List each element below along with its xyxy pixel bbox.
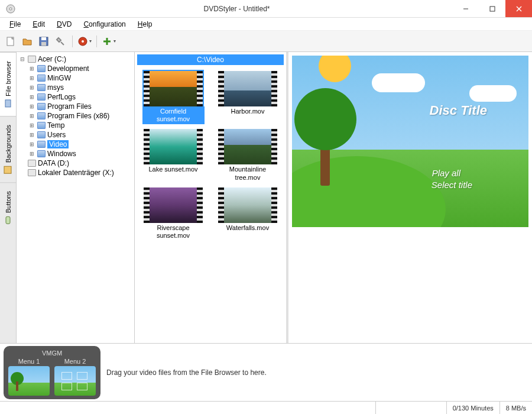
video-item[interactable]: Lake sunset.mov xyxy=(138,129,208,182)
video-caption: Waterfalls.mov xyxy=(225,223,270,233)
save-button[interactable] xyxy=(37,34,51,48)
svg-rect-10 xyxy=(41,42,46,46)
tree-item[interactable]: ⊞Windows xyxy=(19,149,132,159)
video-thumbnail xyxy=(218,129,277,164)
cloud-graphic xyxy=(469,85,517,102)
menu-dvd[interactable]: DVD xyxy=(51,19,77,30)
tab-buttons[interactable]: Buttons xyxy=(0,182,16,232)
svg-rect-3 xyxy=(490,7,495,11)
tree-item[interactable]: ⊞MinGW xyxy=(19,73,132,83)
settings-button[interactable] xyxy=(53,34,67,48)
disc-title-text[interactable]: Disc Title xyxy=(430,103,487,118)
tab-backgrounds[interactable]: Backgrounds xyxy=(0,116,16,182)
tab-file-browser[interactable]: File browser xyxy=(0,52,16,116)
tree-expander-icon[interactable]: ⊞ xyxy=(30,151,35,157)
folder-icon xyxy=(37,75,46,82)
dvd-menu-canvas[interactable]: Disc Title Play all Select title xyxy=(292,56,528,227)
toolbar-separator xyxy=(72,35,73,47)
svg-point-1 xyxy=(9,8,12,10)
video-thumbnail xyxy=(218,71,277,106)
maximize-button[interactable] xyxy=(479,0,505,17)
menu-thumb-1[interactable]: Menu 1 xyxy=(8,358,50,396)
toolbar-separator xyxy=(96,35,97,47)
video-item[interactable]: Harbor.mov xyxy=(213,71,283,124)
tree-expander-icon[interactable]: ⊞ xyxy=(30,94,35,100)
window-controls xyxy=(452,0,532,17)
tree-expander-icon[interactable]: ⊞ xyxy=(30,122,35,128)
video-thumbnail xyxy=(144,71,203,106)
menu-thumb-1-label: Menu 1 xyxy=(18,358,40,365)
timeline-strip: VMGM Menu 1 Menu 2 Drag your video file xyxy=(0,343,532,401)
tree-expander-icon[interactable]: ⊞ xyxy=(30,132,35,138)
thumbnail-image xyxy=(150,71,197,106)
video-item[interactable]: Waterfalls.mov xyxy=(213,187,283,241)
tree-item[interactable]: ⊞Users xyxy=(19,130,132,140)
tree-expander-icon[interactable]: ⊞ xyxy=(30,113,35,119)
tree-label: Acer (C:) xyxy=(38,55,66,63)
thumbnail-image xyxy=(224,187,271,223)
tree-label: Program Files (x86) xyxy=(47,112,109,120)
add-button[interactable] xyxy=(102,34,116,48)
tree-expander-icon[interactable]: ⊞ xyxy=(30,85,35,90)
menu-edit[interactable]: Edit xyxy=(27,19,51,30)
menubar: File Edit DVD Configuration Help xyxy=(0,18,532,31)
window-title: DVDStyler - Untitled* xyxy=(21,5,452,13)
new-button[interactable] xyxy=(4,34,18,48)
menu-thumb-2[interactable]: Menu 2 xyxy=(54,358,96,396)
tree-item[interactable]: ⊞Video xyxy=(19,140,132,149)
tree-item[interactable]: ⊞Temp xyxy=(19,121,132,130)
minimize-button[interactable] xyxy=(452,0,479,17)
tree-item[interactable]: ⊞msys xyxy=(19,83,132,92)
main-area: File browser Backgrounds Buttons ⊟Acer (… xyxy=(0,52,532,343)
vmgm-label: VMGM xyxy=(8,350,96,357)
tree-item[interactable]: ⊟Acer (C:) xyxy=(19,54,132,64)
thumbnail-image xyxy=(150,187,197,223)
tree-item[interactable]: Lokaler Datenträger (X:) xyxy=(19,168,132,177)
tree-label: Lokaler Datenträger (X:) xyxy=(38,169,114,177)
tree-item[interactable]: ⊞Program Files (x86) xyxy=(19,111,132,121)
folder-icon xyxy=(37,93,46,101)
tree-expander-icon[interactable]: ⊞ xyxy=(30,104,35,109)
tree-label: Users xyxy=(47,131,66,139)
sun-graphic xyxy=(319,56,351,82)
titlebar: DVDStyler - Untitled* xyxy=(0,0,532,18)
tree-item[interactable]: DATA (D:) xyxy=(19,159,132,168)
menu-option-select-title[interactable]: Select title xyxy=(432,180,472,190)
video-item[interactable]: Mountainline tree.mov xyxy=(213,129,283,182)
status-progress xyxy=(375,402,446,414)
folder-icon xyxy=(37,103,46,110)
folder-icon xyxy=(37,65,46,72)
tree-label: DATA (D:) xyxy=(38,159,69,167)
menu-help[interactable]: Help xyxy=(132,19,158,30)
video-thumbnail xyxy=(144,129,203,164)
preview-pane: Disc Title Play all Select title xyxy=(288,52,532,343)
video-grid: Cornfield sunset.movHarbor.movLake sunse… xyxy=(135,67,286,244)
menu-thumb-2-label: Menu 2 xyxy=(64,358,86,365)
video-pane: C:\Video Cornfield sunset.movHarbor.movL… xyxy=(135,52,288,343)
burn-button[interactable] xyxy=(77,34,92,48)
video-item[interactable]: Riverscape sunset.mov xyxy=(138,187,208,241)
hill-graphic xyxy=(292,156,446,227)
tree-expander-icon[interactable]: ⊞ xyxy=(30,66,35,72)
menu-file[interactable]: File xyxy=(4,19,27,30)
menu-option-play-all[interactable]: Play all xyxy=(432,168,460,178)
file-tree[interactable]: ⊟Acer (C:)⊞Development⊞MinGW⊞msys⊞PerfLo… xyxy=(17,52,135,343)
tree-item[interactable]: ⊞Development xyxy=(19,64,132,73)
open-button[interactable] xyxy=(20,34,34,48)
thumbnail-image xyxy=(224,129,271,164)
video-caption: Harbor.mov xyxy=(230,106,266,117)
tree-item[interactable]: ⊞PerfLogs xyxy=(19,92,132,102)
status-minutes: 0/130 Minutes xyxy=(446,402,499,414)
video-item[interactable]: Cornfield sunset.mov xyxy=(138,71,208,124)
tree-label: Temp xyxy=(47,121,64,130)
video-caption: Lake sunset.mov xyxy=(147,164,199,174)
close-button[interactable] xyxy=(505,0,532,17)
folder-icon xyxy=(37,112,46,119)
tree-expander-icon[interactable]: ⊞ xyxy=(30,141,35,147)
tab-file-browser-label: File browser xyxy=(5,61,12,96)
tree-label: MinGW xyxy=(47,74,71,82)
tree-expander-icon[interactable]: ⊞ xyxy=(30,75,35,81)
tree-item[interactable]: ⊞Program Files xyxy=(19,102,132,111)
menu-configuration[interactable]: Configuration xyxy=(77,19,131,30)
tree-expander-icon[interactable]: ⊟ xyxy=(20,56,26,62)
